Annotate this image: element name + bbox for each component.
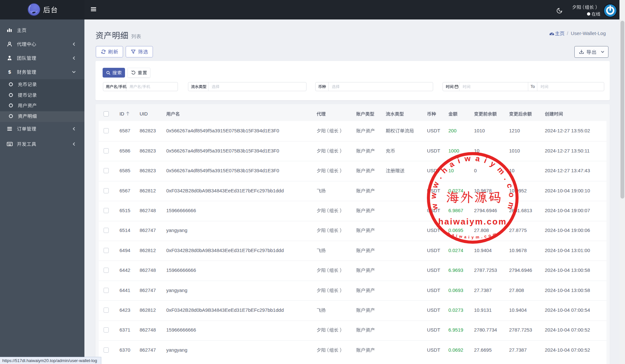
svg-text:$: $: [8, 69, 11, 75]
svg-text:www.haiwaiym.com: www.haiwaiym.com: [429, 153, 516, 214]
